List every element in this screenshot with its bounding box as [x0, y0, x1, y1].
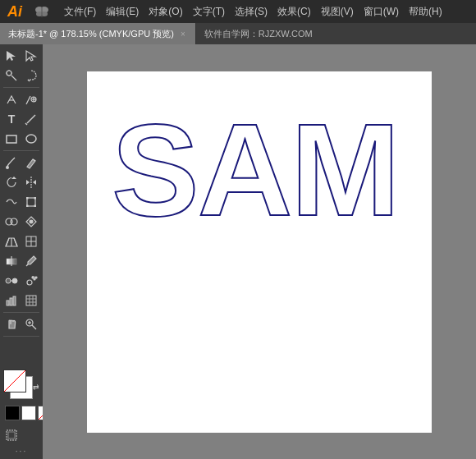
- app-logo: Ai: [3, 3, 26, 21]
- color-area: ⇄: [0, 365, 43, 424]
- direct-selection-tool[interactable]: [21, 46, 41, 66]
- svg-marker-6: [26, 51, 35, 61]
- live-paint-tool[interactable]: [21, 212, 41, 232]
- free-transform-tool[interactable]: [21, 192, 41, 212]
- svg-point-21: [6, 166, 9, 169]
- tool-row-rotate: [0, 172, 43, 192]
- mesh-tool[interactable]: [21, 232, 41, 251]
- zoom-tool[interactable]: [21, 314, 41, 334]
- warp-tool[interactable]: [2, 192, 21, 212]
- tool-row-shape-builder: [0, 212, 43, 232]
- pencil-tool[interactable]: [21, 153, 41, 172]
- color-mode-row: [5, 406, 43, 420]
- left-toolbar: T: [0, 44, 43, 459]
- fill-white-swatch[interactable]: [21, 406, 36, 420]
- document-canvas: SAM: [87, 71, 432, 433]
- shape-builder-tool[interactable]: [2, 212, 21, 232]
- menu-effect[interactable]: 效果(C): [272, 3, 316, 21]
- tab-label: 未标题-1* @ 178.15% (CMYK/GPU 预览): [8, 28, 174, 40]
- magic-wand-tool[interactable]: [2, 66, 21, 85]
- svg-marker-26: [33, 180, 36, 185]
- svg-point-8: [7, 71, 11, 76]
- svg-line-17: [27, 115, 35, 123]
- svg-point-45: [12, 278, 17, 283]
- tool-row-perspective: [0, 232, 43, 251]
- active-tab[interactable]: 未标题-1* @ 178.15% (CMYK/GPU 预览) ×: [0, 23, 196, 44]
- svg-marker-5: [7, 51, 16, 61]
- tool-row-magic: [0, 66, 43, 85]
- more-tools-dots[interactable]: ···: [0, 445, 43, 457]
- type-tool[interactable]: T: [2, 109, 21, 129]
- menu-help[interactable]: 帮助(H): [404, 3, 447, 21]
- tool-row-hand: [0, 314, 43, 334]
- reflect-tool[interactable]: [21, 172, 41, 192]
- svg-marker-25: [26, 180, 30, 185]
- tab-right-label: 软件自学网：RJZXW.COM: [196, 23, 476, 44]
- rotate-tool[interactable]: [2, 172, 21, 192]
- svg-line-18: [25, 123, 27, 125]
- svg-rect-29: [34, 197, 37, 200]
- menu-edit[interactable]: 编辑(E): [101, 3, 144, 21]
- bar-graph-tool[interactable]: [21, 291, 41, 310]
- hand-tool[interactable]: [2, 314, 21, 334]
- fill-black-swatch[interactable]: [5, 406, 20, 420]
- column-graph-tool[interactable]: [2, 291, 21, 310]
- svg-rect-30: [26, 205, 29, 208]
- svg-rect-53: [13, 296, 16, 305]
- add-anchor-tool[interactable]: [21, 90, 41, 109]
- tool-row-brush: [0, 153, 43, 172]
- separator-1: [3, 87, 39, 88]
- perspective-tool[interactable]: [2, 232, 21, 251]
- tool-row-type: T: [0, 109, 43, 129]
- menu-view[interactable]: 视图(V): [316, 3, 359, 21]
- symbol-sprayer-tool[interactable]: [21, 271, 41, 291]
- lasso-tool[interactable]: [21, 66, 41, 85]
- main-area: T: [0, 44, 476, 459]
- tool-row-artboard: [0, 425, 43, 445]
- menu-select[interactable]: 选择(S): [230, 3, 272, 21]
- canvas-text-sam: SAM: [112, 104, 399, 236]
- svg-point-47: [27, 280, 32, 285]
- svg-rect-54: [26, 296, 36, 305]
- svg-line-13: [28, 80, 30, 81]
- svg-line-37: [14, 238, 17, 246]
- line-tool[interactable]: [21, 109, 41, 129]
- separator-2: [3, 150, 39, 151]
- brush-tool[interactable]: [2, 153, 21, 172]
- svg-line-43: [26, 264, 28, 266]
- swap-colors-button[interactable]: ⇄: [33, 383, 39, 391]
- tool-row-pen: [0, 90, 43, 109]
- svg-point-49: [35, 277, 37, 278]
- svg-marker-23: [11, 177, 16, 179]
- svg-point-33: [11, 218, 17, 225]
- eyedropper-tool[interactable]: [21, 251, 41, 271]
- svg-rect-4: [42, 7, 43, 17]
- selection-tool[interactable]: [2, 46, 21, 66]
- ellipse-tool[interactable]: [21, 129, 41, 149]
- blend-tool[interactable]: [2, 271, 21, 291]
- tab-close-button[interactable]: ×: [179, 30, 187, 39]
- menu-file[interactable]: 文件(F): [59, 3, 101, 21]
- artboard-tool[interactable]: [2, 425, 21, 445]
- menu-type[interactable]: 文字(T): [188, 3, 230, 21]
- separator-3: [3, 312, 39, 313]
- tool-row-gradient: [0, 251, 43, 271]
- svg-rect-31: [34, 205, 37, 208]
- svg-rect-19: [7, 135, 16, 143]
- menu-object[interactable]: 对象(O): [144, 3, 187, 21]
- color-swatches: ⇄: [3, 369, 39, 402]
- tool-row-chart: [0, 291, 43, 310]
- svg-line-7: [11, 76, 16, 80]
- gradient-tool[interactable]: [2, 251, 21, 271]
- canvas-area: SAM: [43, 44, 476, 459]
- svg-point-44: [6, 278, 11, 283]
- menu-window[interactable]: 窗口(W): [359, 3, 404, 21]
- svg-point-50: [32, 277, 34, 278]
- tool-row-select: [0, 46, 43, 66]
- foreground-color-swatch[interactable]: [3, 369, 26, 392]
- rectangle-tool[interactable]: [2, 129, 21, 149]
- pen-tool[interactable]: [2, 90, 21, 109]
- butterfly-icon: [33, 2, 51, 21]
- tool-row-rect: [0, 129, 43, 149]
- svg-rect-51: [7, 301, 9, 305]
